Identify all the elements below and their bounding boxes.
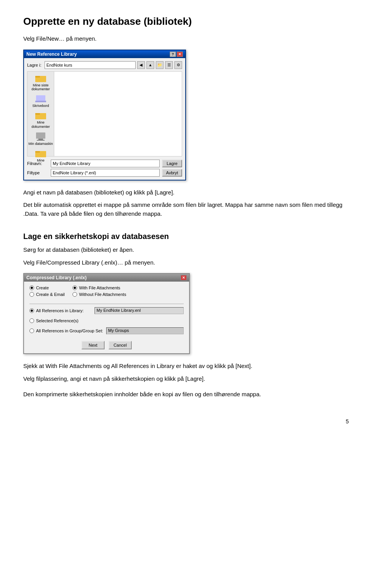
page-title: Opprette en ny database (bibliotek)	[23, 15, 349, 28]
radio-with-attachments-label: With File Attachments	[79, 285, 120, 290]
para2: Det blir automatisk opprettet ei mappe p…	[23, 201, 349, 218]
filetype-combo[interactable]: EndNote Library (*.enl)	[51, 169, 160, 177]
sidebar-my-docs[interactable]: Minedokumenter	[31, 111, 50, 129]
svg-rect-6	[36, 132, 45, 139]
para3: Sjekk at With File Attachments og All Re…	[23, 362, 349, 371]
group-set-placeholder: My Groups	[108, 328, 129, 333]
all-refs-value: My EndNote Library.enl	[96, 308, 141, 313]
radio-with-attachments-dot[interactable]	[72, 285, 77, 290]
radio-with-attachments[interactable]: With File Attachments	[72, 285, 126, 290]
sidebar-my-computer[interactable]: Min datamaskin	[28, 132, 53, 146]
sidebar-desktop[interactable]: Skrivebord	[32, 95, 49, 108]
radio-selected-refs-dot[interactable]	[29, 318, 34, 323]
section2-title: Lage en sikkerhetskopi av databasesen	[23, 232, 349, 241]
svg-rect-5	[35, 113, 40, 115]
radio-create-dot[interactable]	[29, 285, 34, 290]
radio-group-set-label: All References in Group/Group Set:	[36, 328, 103, 333]
new-folder-btn[interactable]: 📁	[156, 61, 164, 69]
radio-selected-refs-label: Selected Reference(s)	[36, 318, 78, 323]
intro-paragraph: Velg File/New… på menyen.	[23, 34, 349, 43]
dialog2-buttons: Next Cancel	[29, 341, 184, 349]
location-value: EndNote kurs	[46, 63, 72, 67]
tools-btn[interactable]: ⚙	[174, 61, 182, 69]
svg-rect-8	[37, 140, 45, 141]
location-label: Lagre i:	[27, 63, 41, 67]
radio-group-set[interactable]: All References in Group/Group Set:	[29, 328, 103, 333]
dialog2-cancel-button[interactable]: Cancel	[108, 341, 132, 349]
radio-without-attachments[interactable]: Without File Attachments	[72, 292, 126, 297]
radio-without-attachments-dot[interactable]	[72, 292, 77, 297]
all-refs-field[interactable]: My EndNote Library.enl	[95, 307, 184, 314]
create-options-group: Create Create & Email	[29, 285, 65, 297]
radio-without-attachments-label: Without File Attachments	[79, 292, 126, 297]
dialog1-sidebar: Mine sistedokumenter Skrivebord Minedoku…	[27, 71, 54, 156]
next-button[interactable]: Next	[81, 341, 105, 349]
dialog1-title: New Reference Library	[26, 52, 77, 57]
dialog2-titlebar-buttons: ✕	[181, 275, 187, 280]
attachment-options-group: With File Attachments Without File Attac…	[72, 285, 126, 297]
radio-create[interactable]: Create	[29, 285, 65, 290]
section2-para1: Sørg for at databasen (biblioteket) er å…	[23, 246, 349, 254]
filename-input[interactable]: My EndNote Library	[51, 160, 160, 167]
all-refs-row: All References in Library: My EndNote Li…	[29, 307, 184, 314]
radio-all-refs-label: All References in Library:	[36, 308, 84, 313]
dialog1-titlebar: New Reference Library ? ✕	[24, 50, 185, 58]
dialog1-help-button[interactable]: ?	[170, 52, 176, 57]
para4: Velg filplassering, angi et navn på sikk…	[23, 375, 349, 383]
radio-all-refs[interactable]: All References in Library:	[29, 308, 91, 313]
dialog1-close-button[interactable]: ✕	[177, 52, 183, 57]
dialog2-titlebar: Compressed Library (.enlx) ✕	[24, 274, 189, 282]
filename-label: Filnavn:	[27, 161, 48, 166]
sidebar-recent-docs[interactable]: Mine sistedokumenter	[31, 74, 50, 92]
compressed-library-dialog: Compressed Library (.enlx) ✕ Create Crea…	[23, 273, 349, 354]
selected-refs-row: Selected Reference(s)	[29, 318, 184, 323]
radio-create-email-label: Create & Email	[36, 292, 65, 297]
radio-create-label: Create	[36, 285, 49, 290]
dialog2-divider	[29, 304, 184, 304]
up-btn[interactable]: ▲	[146, 61, 154, 69]
filename-value: My EndNote Library	[53, 161, 90, 166]
filetype-value: EndNote Library (*.enl)	[53, 170, 96, 175]
radio-create-email-dot[interactable]	[29, 292, 34, 297]
para5: Den komprimerte sikkerhetskopien innhold…	[23, 390, 349, 399]
cancel-button[interactable]: Avbryt	[162, 169, 182, 177]
svg-rect-10	[35, 151, 40, 153]
dialog2-close-button[interactable]: ✕	[181, 275, 187, 280]
dialog1-titlebar-buttons: ? ✕	[170, 52, 183, 57]
group-set-row: All References in Group/Group Set: My Gr…	[29, 327, 184, 334]
svg-rect-1	[35, 76, 40, 77]
refs-group: All References in Library: My EndNote Li…	[29, 307, 184, 336]
svg-rect-7	[38, 139, 43, 140]
dialog1-file-area	[54, 71, 182, 156]
save-button[interactable]: Lagre	[162, 160, 182, 167]
location-combo[interactable]: EndNote kurs	[45, 61, 136, 69]
svg-rect-3	[35, 101, 46, 102]
page-number: 5	[23, 418, 349, 425]
dialog2-title: Compressed Library (.enlx)	[26, 275, 86, 280]
section2-para2: Velg File/Compressed Library (.enlx)… på…	[23, 258, 349, 267]
view-btn[interactable]: ☰	[165, 61, 173, 69]
para1: Angi et navn på databasen (biblioteket) …	[23, 188, 349, 197]
group-set-field[interactable]: My Groups	[106, 327, 184, 334]
new-reference-library-dialog: New Reference Library ? ✕ Lagre i: EndNo…	[23, 50, 349, 181]
radio-selected-refs[interactable]: Selected Reference(s)	[29, 318, 78, 323]
filetype-label: Filtype	[27, 170, 48, 175]
back-btn[interactable]: ◀	[137, 61, 145, 69]
svg-rect-2	[36, 95, 45, 101]
radio-all-refs-dot[interactable]	[29, 308, 34, 313]
radio-group-set-dot[interactable]	[29, 328, 34, 333]
radio-create-email[interactable]: Create & Email	[29, 292, 65, 297]
